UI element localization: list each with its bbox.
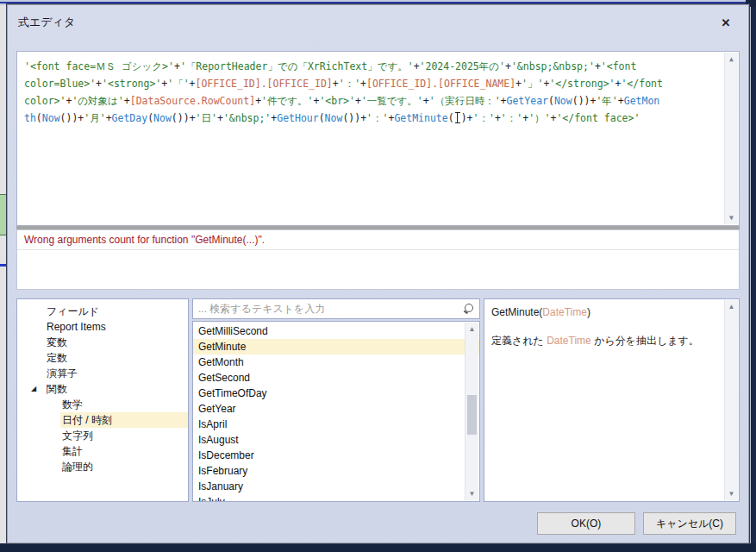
- expand-triangle-icon[interactable]: ◢: [31, 381, 45, 397]
- description-panel: GetMinute(DateTime) 定義された DateTime から分を抽…: [484, 298, 740, 502]
- tree-item[interactable]: フィールド: [17, 304, 188, 319]
- code-segment: ()): [572, 95, 590, 107]
- code-segment: +: [124, 95, 130, 107]
- code-segment: '年': [596, 95, 617, 107]
- function-item[interactable]: GetMonth: [193, 354, 479, 370]
- tree-item[interactable]: 変数: [17, 335, 188, 350]
- code-segment: +: [595, 60, 601, 72]
- code-segment: color=Blue>': [24, 78, 96, 90]
- dialog-footer: OK(O) キャンセル(C): [8, 512, 736, 535]
- scroll-up-icon[interactable]: ▲: [725, 53, 738, 66]
- tree-item-label: 演算子: [45, 366, 188, 381]
- dialog-titlebar[interactable]: 式エディタ ✕: [8, 5, 748, 40]
- code-segment: th: [24, 112, 36, 124]
- code-segment: (: [36, 112, 42, 124]
- code-segment: [OFFICE_ID].[OFFICE_NAME]: [366, 78, 515, 90]
- tree-item[interactable]: 文字列: [17, 428, 188, 443]
- code-line: th(Now())+'月'+GetDay(Now())+'日'+'&nbsp;'…: [24, 110, 718, 127]
- tree-item[interactable]: 演算子: [17, 366, 188, 381]
- code-segment: +: [106, 112, 112, 124]
- scroll-down-icon[interactable]: ▼: [725, 211, 738, 224]
- function-item[interactable]: GetSecond: [193, 370, 479, 386]
- search-input[interactable]: [193, 303, 461, 315]
- tree-item-label: Report Items: [45, 319, 188, 335]
- code-segment: +: [515, 78, 522, 90]
- tree-item-label: 関数: [45, 381, 188, 397]
- tree-item[interactable]: 集計: [17, 443, 188, 459]
- function-item[interactable]: IsDecember: [193, 448, 479, 463]
- code-line: color>'+'の対象は'+[DataSource.RowCount]+'件で…: [24, 92, 718, 110]
- function-item[interactable]: GetTimeOfDay: [193, 386, 479, 401]
- code-segment: '：': [339, 78, 360, 90]
- function-item[interactable]: IsJuly: [193, 494, 479, 502]
- function-item[interactable]: IsFebruary: [193, 463, 479, 479]
- function-item[interactable]: GetYear: [193, 401, 479, 417]
- tree-item[interactable]: 日付 / 時刻: [17, 412, 188, 428]
- scroll-up-icon[interactable]: ▲: [725, 300, 738, 313]
- code-segment: '月': [84, 112, 105, 124]
- code-segment: +: [495, 112, 501, 124]
- tree-item[interactable]: Report Items: [17, 319, 188, 335]
- function-list: GetMilliSecondGetMinuteGetMonthGetSecond…: [192, 321, 480, 502]
- tree-item[interactable]: 数学: [17, 397, 188, 412]
- expression-text-area[interactable]: '<font face=ＭＳ ゴシック>'+'「ReportHeader」での「…: [16, 51, 740, 226]
- close-icon[interactable]: ✕: [719, 16, 733, 30]
- tree-item[interactable]: 定数: [17, 350, 188, 366]
- function-item[interactable]: IsApril: [193, 417, 479, 432]
- background-app-left-strip: [0, 5, 7, 543]
- code-segment: Now: [42, 112, 60, 124]
- tree-item-label: 変数: [45, 335, 188, 350]
- code-segment: ()): [60, 112, 78, 124]
- code-segment: ()): [342, 112, 360, 124]
- function-item[interactable]: IsJanuary: [193, 479, 479, 494]
- code-segment: '</font face>': [556, 112, 640, 124]
- code-segment: 定義された: [491, 335, 547, 347]
- function-list-scrollbar[interactable]: ▲ ▼: [465, 323, 478, 500]
- tree-item[interactable]: ◢関数: [17, 381, 188, 397]
- code-segment: [OFFICE_ID].[OFFICE_ID]: [196, 78, 333, 90]
- code-segment: Now: [554, 95, 572, 107]
- text-cursor: [454, 112, 461, 123]
- code-segment: '&nbsp;&nbsp;': [511, 60, 595, 72]
- ok-button[interactable]: OK(O): [537, 512, 635, 535]
- function-item[interactable]: GetMilliSecond: [193, 323, 479, 339]
- code-segment: '<strong>': [102, 78, 161, 90]
- code-segment: Now: [325, 112, 343, 124]
- code-segment: '<br>': [319, 95, 355, 107]
- scroll-down-icon[interactable]: ▼: [465, 487, 478, 500]
- code-segment: (: [319, 112, 325, 124]
- scroll-down-icon[interactable]: ▼: [725, 487, 738, 500]
- function-item[interactable]: GetMinute: [193, 339, 479, 354]
- description-scrollbar[interactable]: ▲ ▼: [724, 300, 738, 500]
- code-segment: (: [548, 95, 554, 107]
- tree-item-label: 定数: [45, 350, 188, 366]
- scroll-up-icon[interactable]: ▲: [465, 323, 478, 336]
- background-app-top-line: [0, 2, 756, 3]
- code-segment: +: [360, 78, 366, 90]
- cancel-button[interactable]: キャンセル(C): [643, 512, 736, 535]
- category-tree: フィールドReport Items変数定数演算子◢関数数学日付 / 時刻文字列集…: [16, 298, 189, 502]
- background-app-right-strip: [751, 7, 756, 543]
- scrollbar-thumb[interactable]: [467, 395, 477, 435]
- tree-item[interactable]: 論理的: [17, 459, 188, 474]
- code-segment: GetMinute: [394, 112, 447, 124]
- code-segment: '2024-2025年の': [420, 60, 505, 72]
- code-segment: '（実行日時：': [429, 95, 501, 107]
- code-segment: ): [587, 306, 590, 318]
- function-item[interactable]: IsAugust: [193, 432, 479, 448]
- code-segment: +: [190, 112, 196, 124]
- tree-item-label: 数学: [60, 397, 188, 412]
- code-segment: '一覧です。': [361, 95, 423, 107]
- code-segment: GetMinute(: [491, 306, 542, 318]
- tree-item-label: 論理的: [60, 459, 188, 474]
- code-segment: DateTime: [547, 335, 591, 347]
- code-segment: +: [467, 112, 473, 124]
- expression-editor-dialog: 式エディタ ✕ '<font face=ＭＳ ゴシック>'+'「ReportHe…: [7, 4, 749, 543]
- code-line: color=Blue>'+'<strong>'+'「'+[OFFICE_ID].…: [24, 75, 718, 92]
- code-segment: +: [414, 60, 420, 72]
- expression-scrollbar[interactable]: ▲ ▼: [724, 53, 738, 224]
- code-segment: +: [423, 95, 429, 107]
- code-segment: '<font: [601, 60, 637, 72]
- code-segment: '<font face=ＭＳ ゴシック>': [24, 60, 174, 72]
- code-segment: GetYear: [507, 95, 548, 107]
